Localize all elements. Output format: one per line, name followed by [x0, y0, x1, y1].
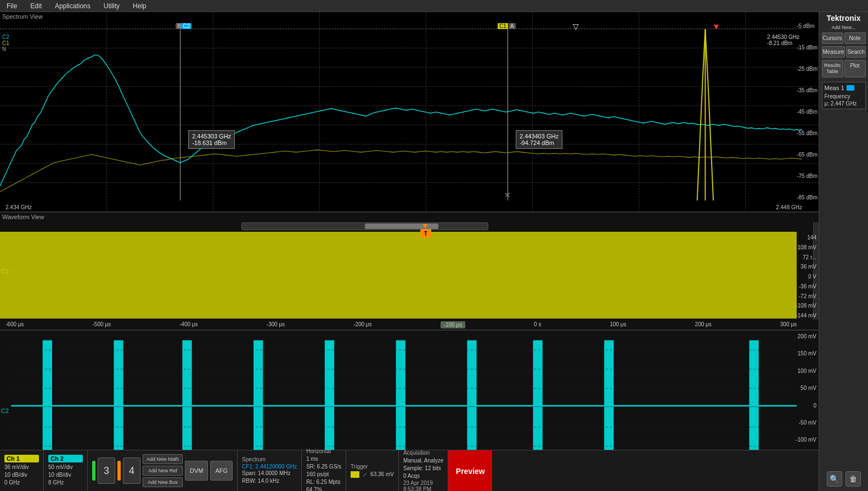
- spectrum-title: Spectrum: [242, 456, 297, 462]
- ch2-val-2: 8 GHz: [48, 479, 83, 487]
- svg-rect-12: [604, 341, 613, 406]
- wf-x-9: 300 μs: [780, 321, 797, 328]
- add-buttons-group: Add New Math Add New Ref Add New Bus: [143, 454, 183, 487]
- note-button[interactable]: Note: [844, 32, 866, 44]
- spectrum-span: Span: 14.0000 MHz: [242, 470, 297, 477]
- ch1-val-1: 10 dB/div: [4, 471, 39, 479]
- ch1-status: Ch 1 36 mV/div 10 dB/div 0 GHz: [0, 450, 44, 491]
- dig-y-6: -100 mV: [796, 437, 816, 443]
- wf-x-4: -200 μs: [353, 321, 372, 328]
- acquisition-mode: Manual, Analyze: [403, 457, 443, 465]
- menu-help[interactable]: Help: [131, 1, 149, 11]
- menu-utility[interactable]: Utility: [102, 1, 122, 11]
- plot-button[interactable]: Plot: [844, 60, 866, 77]
- status-bar: Ch 1 36 mV/div 10 dB/div 0 GHz Ch 2 50 m…: [0, 450, 819, 491]
- brand-title: Tektronix: [827, 14, 861, 23]
- ch2-status: Ch 2 50 mV/div 10 dB/div 8 GHz: [44, 450, 88, 491]
- y-label-6: -65 dBm: [797, 152, 818, 158]
- search-button[interactable]: Search: [846, 46, 866, 58]
- ch-n-indicator: N: [2, 46, 9, 52]
- cursor-a-line: [508, 23, 508, 200]
- brand-add-new[interactable]: Add New...: [832, 25, 856, 30]
- wf-x-2: -400 μs: [179, 321, 198, 328]
- menu-edit[interactable]: Edit: [28, 1, 44, 11]
- horizontal-pts: 160 ps/pt: [306, 471, 341, 478]
- wf-x-1: -500 μs: [93, 321, 111, 328]
- wf-x-7: 100 μs: [610, 321, 626, 328]
- spectrum-chart: [0, 23, 802, 200]
- waveform-scrollbar[interactable]: [241, 222, 488, 230]
- right-panel: Tektronix Add New... Cursors Note Measur…: [819, 12, 868, 491]
- measure-button[interactable]: Measure: [822, 46, 846, 58]
- dig-y-5: -50 mV: [796, 420, 816, 426]
- meas1-indicator: [847, 85, 854, 91]
- add-ref-button[interactable]: Add New Ref: [143, 466, 183, 476]
- y-label-3: -35 dBm: [797, 87, 818, 93]
- dig-y-0: 200 mV: [796, 333, 816, 339]
- trigger-icon-row: ⟋ 63.36 mV: [351, 471, 394, 478]
- trigger-status: Trigger ⟋ 63.36 mV: [346, 450, 399, 491]
- meas1-value: μ: 2.447 GHz: [825, 101, 863, 107]
- cursor-c2-label-spectrum: C2: [181, 23, 191, 29]
- cursor-x-marker: ✕: [504, 191, 511, 199]
- main-container: Spectrum View C2 C1 N: [0, 12, 868, 491]
- spectrum-status: Spectrum CF1: 2.44120000 GHz Span: 14.00…: [238, 450, 302, 491]
- x-label-left: 2.434 GHz: [5, 204, 32, 210]
- acquisition-acqs: 0 Acqs: [403, 472, 443, 480]
- y-label-2: -25 dBm: [797, 66, 818, 72]
- trigger-level: 63.36 mV: [370, 471, 394, 478]
- horizontal-pct: 64.7%: [306, 486, 341, 492]
- y-label-1: -15 dBm: [797, 44, 818, 51]
- cursors-note-row: Cursors Note: [822, 32, 866, 44]
- wf-y-0: 144: [796, 235, 816, 241]
- acquisition-status: Acquisition Manual, Analyze Sample: 12 b…: [399, 450, 448, 491]
- meas1-label: Meas 1: [825, 85, 844, 91]
- wf-y-3: 36 mV: [796, 264, 816, 270]
- y-label-5: -55 dBm: [797, 130, 818, 136]
- waveform-view: Waveform View ▼ T C1 144 108 mV: [0, 213, 819, 331]
- results-table-button[interactable]: Results Table: [822, 60, 843, 77]
- t-label-box: T: [420, 229, 431, 238]
- ch2-indicator: C2: [2, 34, 9, 40]
- cursor-b-line: [180, 23, 181, 200]
- preview-button[interactable]: Preview: [448, 450, 492, 491]
- dig-y-3: 50 mV: [796, 385, 816, 391]
- wf-y-4: 0 V: [796, 274, 816, 280]
- wf-y-1: 108 mV: [796, 244, 816, 250]
- afg-button[interactable]: AFG: [210, 461, 233, 481]
- ch1-val-0: 36 mV/div: [4, 464, 39, 471]
- trigger-edge-icon: ⟋: [362, 471, 368, 478]
- right-icon-row: 🔍 🗑: [827, 471, 861, 487]
- trigger-ch-box: [351, 471, 359, 478]
- ch3-color-line: [92, 461, 95, 481]
- trash-icon[interactable]: 🗑: [846, 471, 861, 487]
- y-label-7: -75 dBm: [797, 173, 818, 179]
- menu-file[interactable]: File: [4, 1, 19, 11]
- spectrum-y-labels: -5 dBm -15 dBm -25 dBm -35 dBm -45 dBm -…: [797, 23, 818, 200]
- wf-y-2: 72 r...: [796, 254, 816, 260]
- dvm-button[interactable]: DVM: [185, 461, 208, 481]
- x-label-right: 2.448 GHz: [776, 204, 802, 210]
- menubar: File Edit Applications Utility Help: [0, 0, 868, 12]
- ch3-button[interactable]: 3: [98, 457, 115, 484]
- zoom-icon[interactable]: 🔍: [827, 471, 842, 487]
- trigger-title: Trigger: [351, 464, 394, 470]
- ch4-button[interactable]: 4: [123, 457, 140, 484]
- wf-y-8: -144 mV: [796, 313, 816, 319]
- menu-applications[interactable]: Applications: [53, 1, 93, 11]
- add-math-button[interactable]: Add New Math: [143, 454, 183, 464]
- svg-rect-6: [182, 341, 191, 406]
- waveform-c1-label: C1: [1, 268, 9, 275]
- wf-x-3: -300 μs: [267, 321, 285, 328]
- dig-y-4: 0: [796, 403, 816, 409]
- cursors-button[interactable]: Cursors: [822, 32, 843, 44]
- horizontal-status: Horizontal 1 ms SR: 6.25 GS/s 160 ps/pt …: [302, 450, 346, 491]
- channel-indicators: C2 C1 N: [2, 34, 9, 52]
- measure-search-row: Measure Search: [822, 46, 866, 58]
- waveform-chart: [0, 232, 797, 319]
- add-bus-button[interactable]: Add New Bus: [143, 477, 183, 487]
- horizontal-rl: RL: 6.25 Mpts: [306, 478, 341, 486]
- ch2-val-1: 10 dB/div: [48, 471, 83, 479]
- cursor-a-label: A: [509, 23, 516, 29]
- digital-c2-label: C2: [1, 408, 9, 414]
